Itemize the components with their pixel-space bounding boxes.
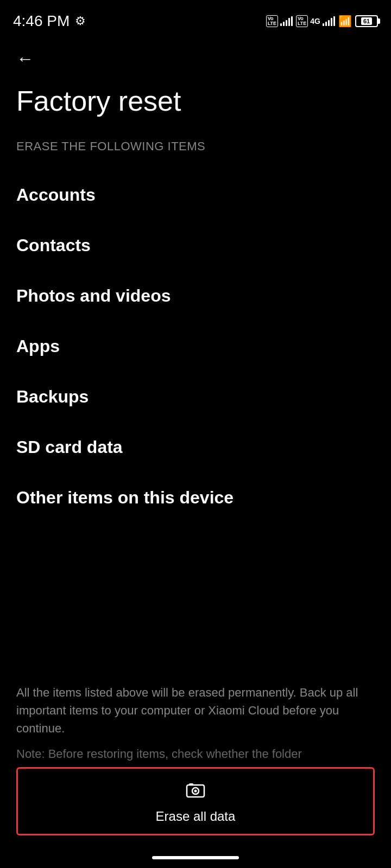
note-prefix-text: Note: Before restoring items, check whet… [16, 745, 375, 763]
erase-icon [186, 781, 205, 805]
svg-rect-2 [189, 783, 193, 786]
gear-icon: ⚙ [75, 14, 86, 28]
list-item-photos-videos: Photos and videos [0, 271, 391, 321]
list-item-contacts: Contacts [0, 220, 391, 271]
erase-svg-icon [186, 781, 205, 800]
list-item-sd-card: SD card data [0, 422, 391, 473]
battery-indicator: 61 [355, 15, 378, 27]
erase-all-button-container: Erase all data [0, 767, 391, 835]
list-item-other-items: Other items on this device [0, 473, 391, 523]
status-time: 4:46 PM [13, 12, 70, 30]
status-bar: 4:46 PM ⚙ Vo LTE Vo LTE 4G [0, 0, 391, 38]
wifi-icon: 📶 [338, 15, 352, 28]
footer-note: All the items listed above will be erase… [0, 673, 391, 781]
volte-badge-2: Vo LTE [296, 15, 308, 27]
list-item-apps: Apps [0, 321, 391, 372]
volte-badge-1: Vo LTE [266, 15, 278, 27]
back-arrow-icon: ← [16, 49, 34, 69]
erase-items-list: Accounts Contacts Photos and videos Apps… [0, 164, 391, 528]
battery-text: 61 [363, 18, 370, 24]
erase-button-label: Erase all data [156, 809, 236, 824]
status-left: 4:46 PM ⚙ [13, 12, 86, 30]
signal-bars-1 [280, 16, 293, 26]
list-item-backups: Backups [0, 372, 391, 422]
signal-bars-2 [323, 16, 335, 26]
page-title: Factory reset [0, 74, 391, 134]
erase-all-button[interactable]: Erase all data [16, 767, 375, 835]
network-4g-label: 4G [310, 17, 320, 25]
svg-point-3 [194, 790, 197, 793]
section-header: ERASE THE FOLLOWING ITEMS [0, 134, 391, 164]
signal-group-1: Vo LTE [266, 15, 293, 27]
permanent-note-text: All the items listed above will be erase… [16, 684, 375, 737]
signal-group-2: Vo LTE 4G [296, 15, 335, 27]
status-right: Vo LTE Vo LTE 4G [266, 15, 378, 28]
list-item-accounts: Accounts [0, 170, 391, 220]
home-indicator [152, 856, 239, 859]
back-button[interactable]: ← [0, 38, 391, 74]
